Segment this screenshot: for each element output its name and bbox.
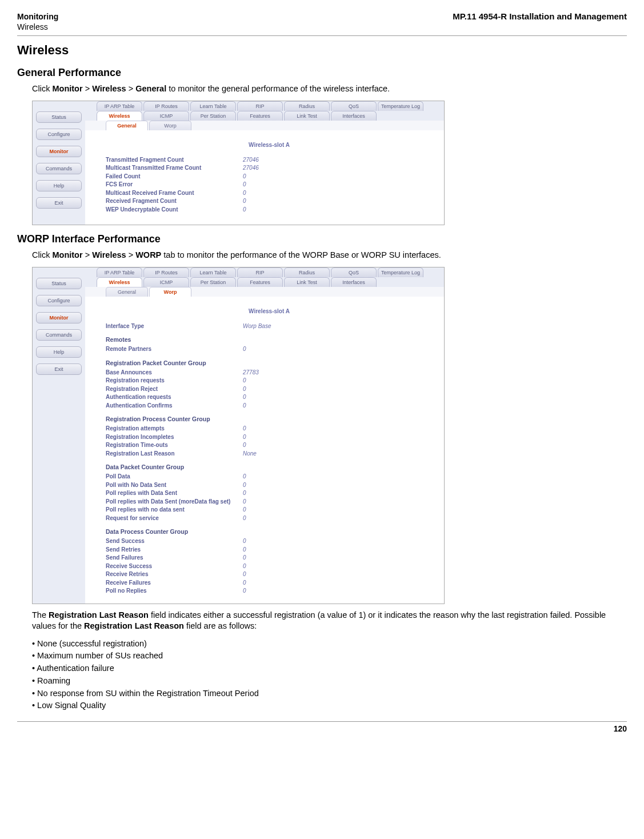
tab-features[interactable]: Features [237,111,283,121]
subtab-worp[interactable]: Worp [149,121,191,130]
text: > [83,84,93,93]
data-row: Registration requests0 [106,377,433,385]
sidebar-commands[interactable]: Commands [36,329,82,341]
slot-title: Wireless-slot A [106,308,433,314]
data-row: Base Announces27783 [106,369,433,377]
tab-radius[interactable]: Radius [284,267,330,277]
tab-icmp[interactable]: ICMP [143,277,189,287]
interface-type-row: Interface Type Worp Base [106,322,433,331]
data-value: 0 [243,537,246,546]
sidebar-help[interactable]: Help [36,180,82,191]
data-label: Multicast Transmitted Frame Count [106,164,243,173]
tab-rip[interactable]: RIP [237,101,283,111]
list-item: Authentication failure [32,662,627,675]
subtab-general[interactable]: General [106,121,148,130]
sidebar-monitor[interactable]: Monitor [36,312,82,323]
sidebar-monitor[interactable]: Monitor [36,146,82,157]
tab-radius[interactable]: Radius [284,101,330,111]
text: > [126,84,136,93]
data-label: Multicast Received Frame Count [106,189,243,198]
tab-link-test[interactable]: Link Test [284,111,330,121]
tab-ip-routes[interactable]: IP Routes [143,101,189,111]
data-label: Receive Failures [106,579,243,588]
tab-qos[interactable]: QoS [331,267,377,277]
tab-qos[interactable]: QoS [331,101,377,111]
sidebar-commands[interactable]: Commands [36,163,82,174]
data-row: Poll replies with no data sent0 [106,506,433,514]
tab-interfaces[interactable]: Interfaces [331,111,377,121]
text: tab to monitor the performance of the WO… [161,250,441,259]
interface-type-label: Interface Type [106,322,243,331]
sub-tab-row: General Worp [85,121,444,130]
tab-learn-table[interactable]: Learn Table [190,101,236,111]
sidebar-help[interactable]: Help [36,346,82,358]
text: General [135,84,166,93]
data-label: Authentication requests [106,393,243,402]
tab-features[interactable]: Features [237,277,283,287]
data-row: Multicast Transmitted Frame Count27046 [106,164,433,173]
tab-link-test[interactable]: Link Test [284,277,330,287]
text: Click [32,84,52,93]
second-tab-row: Wireless ICMP Per Station Features Link … [85,111,444,121]
tab-temp-log[interactable]: Temperature Log [378,101,423,111]
data-value: 0 [243,481,246,490]
data-value: None [243,450,257,458]
tab-learn-table[interactable]: Learn Table [190,267,236,277]
sidebar-exit[interactable]: Exit [36,363,82,375]
sidebar-configure[interactable]: Configure [36,295,82,306]
data-label: Transmitted Fragment Count [106,156,243,165]
data-label: Poll with No Data Sent [106,481,243,490]
header-left: Monitoring Wireless [17,11,58,32]
data-label: Poll replies with no data sent [106,506,243,514]
subtab-worp[interactable]: Worp [149,287,191,297]
data-label: Registration requests [106,377,243,385]
subtab-general[interactable]: General [106,287,148,297]
tab-ip-routes[interactable]: IP Routes [143,267,189,277]
data-value: 0 [243,425,246,433]
data-row: Receive Success0 [106,562,433,571]
header-left-plain: Wireless [17,22,48,31]
sidebar-exit[interactable]: Exit [36,197,82,209]
data-row: Send Retries0 [106,546,433,554]
second-tab-row: Wireless ICMP Per Station Features Link … [85,277,444,287]
tab-per-station[interactable]: Per Station [190,277,236,287]
tab-wireless[interactable]: Wireless [97,277,142,287]
data-row: Send Failures0 [106,554,433,562]
text: Wireless [92,250,126,259]
data-row: Transmitted Fragment Count27046 [106,156,433,165]
top-tab-row: IP ARP Table IP Routes Learn Table RIP R… [85,101,444,111]
sidebar-status[interactable]: Status [36,111,82,123]
data-value: 0 [243,345,246,354]
group-reg-proc: Registration Process Counter Group [106,415,433,422]
worp-data-block: Wireless-slot A Interface Type Worp Base… [85,297,444,604]
data-value: 0 [243,441,246,450]
data-row: Registration Incompletes0 [106,433,433,442]
data-label: Remote Partners [106,345,243,354]
data-value: 0 [243,402,246,410]
data-label: Send Failures [106,554,243,562]
tab-ip-arp[interactable]: IP ARP Table [97,101,142,111]
text: WORP [135,250,161,259]
tab-icmp[interactable]: ICMP [143,111,189,121]
list-item: Low Signal Quality [32,700,627,712]
worp-performance-intro: Click Monitor > Wireless > WORP tab to m… [32,250,627,261]
data-value: 0 [243,489,246,498]
header-left-bold: Monitoring [17,12,58,21]
sub-tab-row: General Worp [85,287,444,297]
tab-temp-log[interactable]: Temperature Log [378,267,423,277]
tab-ip-arp[interactable]: IP ARP Table [97,267,142,277]
data-label: Send Retries [106,546,243,554]
data-value: 0 [243,514,246,523]
sidebar-configure[interactable]: Configure [36,129,82,140]
data-label: Authentication Confirms [106,402,243,410]
tab-wireless[interactable]: Wireless [97,111,142,121]
tab-per-station[interactable]: Per Station [190,111,236,121]
data-row: Remote Partners0 [106,345,433,354]
tab-rip[interactable]: RIP [237,267,283,277]
sidebar-status[interactable]: Status [36,278,82,289]
data-label: Registration Reject [106,385,243,394]
tab-interfaces[interactable]: Interfaces [331,277,377,287]
data-value: 27046 [243,156,259,165]
data-label: Poll replies with Data Sent [106,489,243,498]
data-row: Poll replies with Data Sent (moreData fl… [106,498,433,506]
